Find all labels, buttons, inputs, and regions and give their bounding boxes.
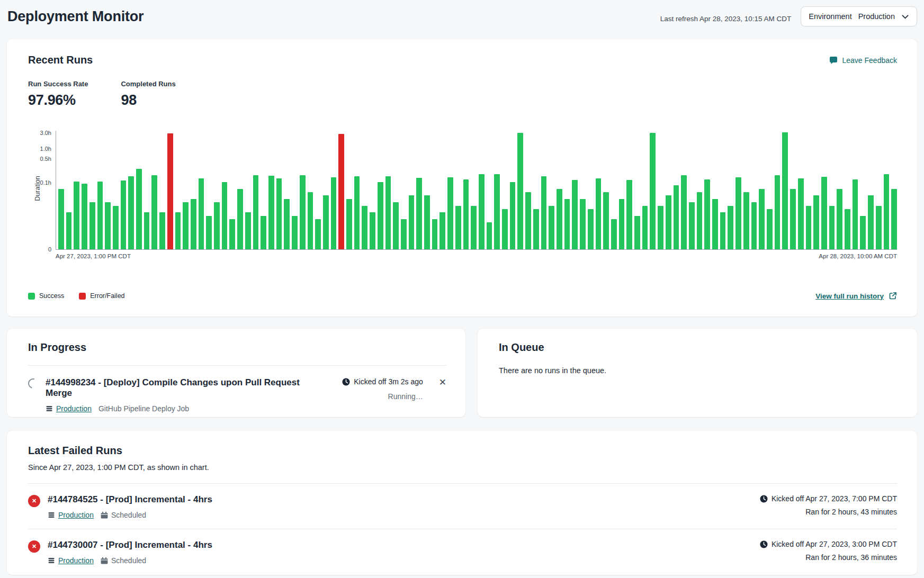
chart-bar-success[interactable] [837,189,842,249]
chart-bar-success[interactable] [510,182,516,249]
chart-bar-success[interactable] [806,206,812,250]
chart-bar-success[interactable] [650,133,656,249]
chart-bar-success[interactable] [549,206,554,250]
chart-bar-success[interactable] [370,212,375,249]
close-icon[interactable]: ✕ [439,377,446,387]
chart-bar-success[interactable] [860,216,866,250]
chart-bar-success[interactable] [284,199,290,249]
chart-bar-success[interactable] [393,202,399,249]
chart-bar-success[interactable] [541,176,547,249]
chart-bar-success[interactable] [105,202,111,249]
chart-bar-success[interactable] [876,206,882,250]
environment-link-text[interactable]: Production [58,556,94,565]
chart-bar-success[interactable] [642,206,648,250]
chart-bar-success[interactable] [471,206,477,250]
chart-bar-success[interactable] [432,219,438,249]
chart-bar-success[interactable] [229,219,235,249]
chart-bar-success[interactable] [323,195,329,249]
chart-bar-success[interactable] [362,206,367,250]
chart-bar-success[interactable] [868,195,874,249]
chart-bar-success[interactable] [292,216,298,250]
chart-bar-success[interactable] [494,174,500,249]
view-full-run-history-link[interactable]: View full run history [815,292,897,300]
chart-bar-success[interactable] [588,209,594,249]
chart-bar-success[interactable] [689,202,695,249]
chart-bar-success[interactable] [159,212,165,249]
chart-bar-success[interactable] [853,179,858,249]
chart-bar-success[interactable] [626,180,632,249]
chart-bar-success[interactable] [439,212,445,249]
chart-bar-success[interactable] [401,219,407,249]
chart-bar-success[interactable] [751,202,757,249]
chart-bar-success[interactable] [128,176,134,249]
chart-bar-success[interactable] [308,192,313,249]
chart-bar-success[interactable] [315,219,321,249]
chart-bar-success[interactable] [58,189,64,249]
chart-bar-success[interactable] [487,222,492,249]
chart-bar-success[interactable] [479,174,485,249]
chart-bar-success[interactable] [253,175,259,249]
chart-bar-success[interactable] [681,175,687,249]
leave-feedback-link[interactable]: Leave Feedback [829,56,897,65]
chart-bar-success[interactable] [416,178,422,249]
chart-bar-success[interactable] [743,192,749,249]
chart-bar-success[interactable] [728,206,733,250]
chart-bar-success[interactable] [813,195,819,249]
chart-bar-failed[interactable] [167,133,173,249]
chart-bar-success[interactable] [767,209,773,249]
chart-bar-success[interactable] [517,133,523,249]
chart-bar-success[interactable] [463,179,469,249]
chart-bar-success[interactable] [619,199,625,249]
chart-bar-success[interactable] [634,216,640,250]
chart-bar-success[interactable] [97,182,103,249]
chart-bar-success[interactable] [214,202,220,249]
chart-bar-success[interactable] [666,195,671,249]
chart-bar-success[interactable] [385,176,391,249]
environment-link-text[interactable]: Production [56,404,92,413]
chart-bar-success[interactable] [74,182,79,249]
chart-bar-success[interactable] [572,180,578,249]
chart-bar-success[interactable] [183,202,189,249]
chart-bar-success[interactable] [712,199,718,249]
chart-bar-success[interactable] [268,176,274,249]
chart-bar-success[interactable] [136,169,142,250]
chart-bar-success[interactable] [704,179,710,249]
chart-bar-success[interactable] [409,195,415,249]
chart-bar-success[interactable] [782,132,788,249]
chart-bar-success[interactable] [557,189,562,249]
chart-bar-success[interactable] [237,189,243,249]
chart-bar-success[interactable] [66,212,72,249]
chart-bar-success[interactable] [884,174,890,249]
chart-bar-success[interactable] [89,202,95,249]
chart-bar-success[interactable] [525,192,531,249]
chart-bar-success[interactable] [790,189,796,249]
chart-bar-success[interactable] [658,206,663,250]
chart-bar-success[interactable] [331,177,337,249]
chart-bar-success[interactable] [829,206,835,250]
chart-bar-success[interactable] [580,199,586,249]
chart-bar-success[interactable] [759,189,765,249]
chart-bar-success[interactable] [564,199,570,249]
chart-bar-success[interactable] [151,175,157,249]
chart-bar-success[interactable] [199,178,204,249]
chart-bar-success[interactable] [611,219,617,249]
chart-bar-success[interactable] [82,184,87,250]
chart-bar-success[interactable] [697,192,703,249]
environment-dropdown[interactable]: Environment Production [801,6,917,26]
chart-bar-success[interactable] [113,206,119,250]
chart-bar-success[interactable] [674,185,679,249]
chart-bar-success[interactable] [121,180,127,249]
chart-bar-success[interactable] [206,216,212,250]
chart-bar-success[interactable] [845,209,850,249]
chart-bar-success[interactable] [424,195,430,249]
chart-bar-success[interactable] [596,178,602,249]
chart-bar-success[interactable] [455,206,461,250]
environment-link-text[interactable]: Production [58,511,94,519]
chart-bar-success[interactable] [354,176,360,249]
chart-bar-failed[interactable] [338,134,344,249]
chart-bar-success[interactable] [798,178,804,249]
chart-bar-success[interactable] [735,177,741,249]
chart-bar-success[interactable] [502,209,508,249]
chart-bar-success[interactable] [775,175,781,249]
chart-bar-success[interactable] [378,182,383,249]
